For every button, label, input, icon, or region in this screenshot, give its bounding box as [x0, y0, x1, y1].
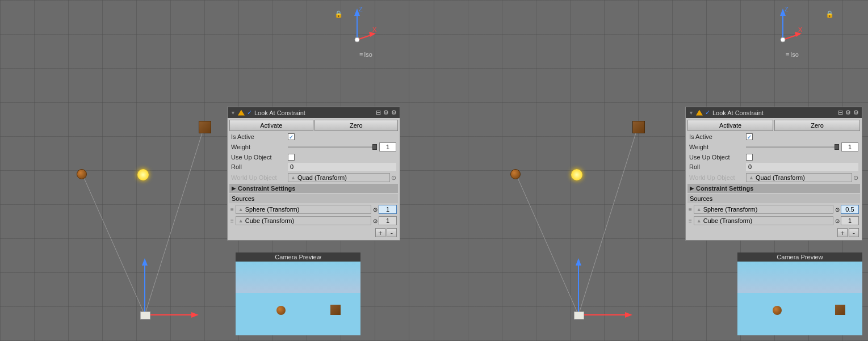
panel-icon-2-left[interactable]: ⚙: [383, 109, 389, 116]
is-active-checkbox-left[interactable]: ✓: [288, 133, 295, 140]
lock-icon-right: 🔒: [825, 10, 834, 18]
btn-row-right: Activate Zero: [687, 120, 860, 131]
world-up-settings-left[interactable]: ⊙: [391, 174, 396, 182]
world-up-settings-right[interactable]: ⊙: [853, 174, 858, 182]
source-weight-input-2-right[interactable]: [841, 216, 859, 225]
remove-source-button-right[interactable]: -: [849, 228, 859, 237]
is-active-row-right: Is Active ✓: [687, 133, 860, 141]
source-weight-input-2-left[interactable]: [379, 216, 397, 225]
source-weight-icon-1-right: ⊙: [835, 207, 840, 213]
roll-label-left: Roll: [231, 163, 288, 170]
panel-checkbox-right[interactable]: ✓: [705, 109, 710, 116]
weight-label-right: Weight: [689, 144, 746, 150]
weight-value-right[interactable]: 1: [841, 142, 858, 151]
use-up-label-right: Use Up Object: [689, 154, 746, 161]
add-source-button-right[interactable]: +: [837, 228, 848, 237]
remove-source-button-left[interactable]: -: [387, 228, 397, 237]
activate-button-right[interactable]: Activate: [687, 120, 773, 131]
weight-slider-left[interactable]: 1: [288, 142, 396, 151]
svg-text:Z: Z: [359, 6, 363, 12]
panel-icon-1-left[interactable]: ⊟: [376, 109, 381, 116]
source-name-2-left[interactable]: ▲ Cube (Transform): [236, 216, 371, 225]
panel-icon-3-right[interactable]: ⚙: [853, 109, 859, 116]
constraint-panel-right: ▼ ✓ Look At Constraint ⊟ ⚙ ⚙ Activate Ze…: [685, 107, 862, 241]
world-up-field-left[interactable]: ▲ Quad (Transform): [288, 173, 390, 182]
gizmo-left: Z X 🔒: [337, 6, 377, 52]
svg-marker-16: [576, 258, 581, 266]
use-up-row-left: Use Up Object: [229, 153, 398, 161]
source-weight-input-1-left[interactable]: [379, 205, 397, 214]
gizmo-right: Z X 🔒: [763, 6, 803, 52]
svg-text:X: X: [372, 26, 377, 33]
gizmo-svg-right: Z X: [763, 6, 803, 51]
panel-icon-3-left[interactable]: ⚙: [391, 109, 397, 116]
svg-marker-5: [191, 312, 199, 318]
viewport-left[interactable]: Z X 🔒 ≡ Iso ▼ ✓ Look At Constraint ⊟ ⚙ ⚙: [0, 0, 434, 341]
preview-header-left: Camera Preview: [236, 252, 360, 262]
world-up-field-right[interactable]: ▲ Quad (Transform): [746, 173, 852, 182]
sphere-object-left: [77, 169, 87, 179]
camera-preview-right: Camera Preview: [737, 252, 862, 335]
weight-value-left[interactable]: 1: [379, 142, 396, 151]
world-up-label-right: World Up Object: [689, 174, 746, 181]
source-icon-2-right: ▲: [697, 218, 702, 224]
panel-title-icon-right: [696, 110, 703, 116]
use-up-label-left: Use Up Object: [231, 154, 288, 161]
source-name-1-right[interactable]: ▲ Sphere (Transform): [694, 205, 833, 214]
drag-handle-1-left[interactable]: ≡: [230, 207, 234, 213]
source-name-2-right[interactable]: ▲ Cube (Transform): [694, 216, 833, 225]
preview-sphere-left: [276, 306, 286, 315]
roll-input-right[interactable]: [746, 163, 858, 171]
roll-input-left[interactable]: 0: [288, 163, 396, 171]
activate-button-left[interactable]: Activate: [229, 120, 313, 131]
cube-object-right: [632, 121, 645, 133]
panel-icon-2-right[interactable]: ⚙: [845, 109, 851, 116]
world-up-icon-right: ▲: [749, 175, 754, 180]
source-row-2-right: ≡ ▲ Cube (Transform) ⊙: [687, 216, 860, 226]
roll-row-left: Roll 0: [229, 162, 398, 171]
world-up-value-right: Quad (Transform): [756, 174, 805, 181]
panel-checkbox-left[interactable]: ✓: [247, 109, 252, 116]
source-weight-1-left: ⊙: [373, 205, 397, 214]
constraint-settings-header-right[interactable]: ▶ Constraint Settings: [687, 184, 860, 193]
constraint-settings-header-left[interactable]: ▶ Constraint Settings: [229, 184, 398, 193]
roll-label-right: Roll: [689, 163, 746, 170]
use-up-checkbox-right[interactable]: [746, 154, 753, 161]
panel-title-icon-left: [238, 110, 245, 116]
panel-expand-right[interactable]: ▼: [689, 110, 694, 116]
svg-point-12: [355, 37, 359, 42]
is-active-checkbox-right[interactable]: ✓: [746, 133, 753, 140]
source-weight-2-right: ⊙: [835, 216, 859, 225]
preview-image-left: [236, 262, 360, 335]
sun-object-right: [571, 169, 582, 180]
panel-expand-left[interactable]: ▼: [230, 110, 236, 116]
panel-icon-1-right[interactable]: ⊟: [838, 109, 843, 116]
source-name-1-left[interactable]: ▲ Sphere (Transform): [236, 205, 371, 214]
svg-marker-3: [142, 258, 148, 266]
svg-line-13: [516, 174, 578, 315]
source-weight-icon-1-left: ⊙: [373, 207, 378, 213]
drag-handle-2-left[interactable]: ≡: [230, 218, 234, 224]
sun-object-left: [137, 169, 149, 180]
source-weight-icon-2-left: ⊙: [373, 218, 378, 224]
weight-slider-right[interactable]: 1: [746, 142, 858, 151]
preview-sphere-right: [773, 306, 782, 315]
source-icon-2-left: ▲: [238, 218, 244, 224]
drag-handle-2-right[interactable]: ≡: [689, 218, 692, 224]
source-weight-input-1-right[interactable]: [841, 205, 859, 214]
iso-label-left: ≡ Iso: [359, 51, 372, 58]
constraint-panel-left: ▼ ✓ Look At Constraint ⊟ ⚙ ⚙ Activate Ze…: [227, 107, 400, 241]
source-weight-1-right: ⊙: [835, 205, 859, 214]
preview-cube-right: [835, 305, 845, 315]
viewport-right[interactable]: Z X 🔒 ≡ Iso ▼ ✓ Look At Constraint ⊟ ⚙ ⚙: [434, 0, 868, 341]
add-source-button-left[interactable]: +: [375, 228, 385, 237]
drag-handle-1-right[interactable]: ≡: [689, 207, 692, 213]
zero-button-right[interactable]: Zero: [774, 120, 860, 131]
panel-body-right: Activate Zero Is Active ✓ Weight 1 Use U…: [686, 118, 862, 240]
source-weight-icon-2-right: ⊙: [835, 218, 840, 224]
use-up-checkbox-left[interactable]: [288, 154, 295, 161]
zero-button-left[interactable]: Zero: [315, 120, 399, 131]
weight-row-left: Weight 1: [229, 142, 398, 152]
btn-row-left: Activate Zero: [229, 120, 398, 131]
svg-point-25: [781, 37, 785, 42]
